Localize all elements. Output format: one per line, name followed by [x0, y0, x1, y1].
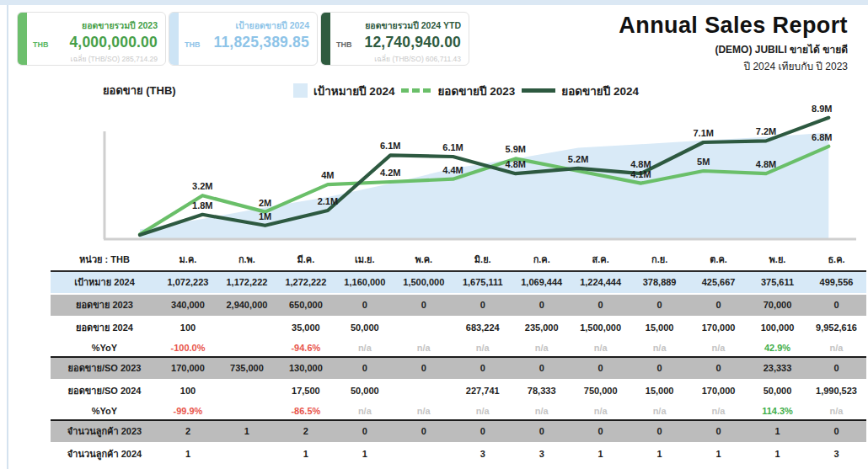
table-cell: 170,000 — [689, 317, 748, 339]
table-cell: 0 — [453, 294, 512, 317]
table-month-header: ธ.ค. — [806, 249, 865, 271]
table-cell: 78,333 — [512, 380, 571, 402]
table-cell: n/a — [453, 402, 512, 420]
chart-data-label: 4.2M — [380, 168, 400, 178]
table-cell: 0 — [689, 294, 748, 317]
table-cell: 0 — [335, 357, 394, 380]
table-cell: 15,000 — [630, 380, 689, 402]
report-subtitle-brand: (DEMO) JUBILI ขายได้ ขายดี — [619, 41, 848, 57]
table-cell: 235,000 — [512, 317, 571, 339]
table-cell: n/a — [335, 339, 394, 357]
legend-area-swatch-icon — [293, 83, 308, 98]
table-cell: 70,000 — [748, 294, 807, 317]
legend-solid-line-icon — [522, 88, 555, 93]
sales-table: หน่วย : THBม.ค.ก.พ.มี.ค.เม.ย.พ.ค.มิ.ย.ก.… — [51, 249, 866, 469]
kpi-card-currency: THB — [335, 40, 352, 49]
report-subtitle-compare: ปี 2024 เทียบกับ ปี 2023 — [619, 58, 848, 74]
table-cell: 2,940,000 — [217, 294, 276, 317]
table-cell: 2 — [158, 420, 217, 443]
table-month-header: ส.ค. — [571, 249, 630, 271]
table-cell — [217, 443, 276, 466]
table-cell: 1,500,000 — [571, 317, 630, 339]
chart-data-label: 5M — [697, 157, 710, 167]
title-block: Annual Sales Report (DEMO) JUBILI ขายได้… — [619, 12, 860, 74]
table-cell: n/a — [453, 339, 512, 357]
chart-y-axis-label: ยอดขาย (THB) — [103, 82, 293, 99]
table-row-label: จำนวนลูกค้า 2023 — [51, 420, 158, 443]
legend-label: ยอดขายปี 2024 — [561, 82, 639, 100]
table-cell: 0 — [512, 357, 571, 380]
table-cell: 1,069,444 — [512, 271, 571, 294]
table-cell: 50,000 — [335, 380, 394, 402]
kpi-card: เป้ายอดขายปี 2024THB11,825,389.85 — [169, 12, 318, 66]
legend-item: เป้าหมายปี 2024 — [293, 82, 394, 100]
table-row-label: ยอดขาย 2024 — [51, 317, 158, 339]
table-cell: 0 — [394, 420, 453, 443]
table-cell: 3 — [453, 443, 512, 466]
chart-data-label: 5.9M — [506, 144, 526, 154]
table-row: %YoY-99.9%-86.5%n/an/an/an/an/an/an/a114… — [51, 402, 866, 420]
table-cell: n/a — [806, 402, 865, 420]
table-cell: n/a — [512, 339, 571, 357]
table-row-label: ยอดขาย/SO 2024 — [51, 380, 158, 402]
legend-dashed-line-icon — [401, 88, 431, 93]
table-cell: 1 — [748, 443, 807, 466]
table-row-label: ยอดขาย 2023 — [51, 294, 158, 317]
table-cell: 35,000 — [276, 317, 335, 339]
table-cell: n/a — [512, 466, 571, 469]
table-cell: 17,500 — [276, 380, 335, 402]
table-header-row: หน่วย : THBม.ค.ก.พ.มี.ค.เม.ย.พ.ค.มิ.ย.ก.… — [51, 249, 866, 271]
kpi-card: ยอดขายรวมปี 2023THB4,000,000.00เฉลี่ย (T… — [17, 12, 166, 66]
table-cell: 750,000 — [571, 380, 630, 402]
table-cell: 0 — [806, 420, 865, 443]
table-cell: 0 — [806, 294, 865, 317]
table-cell: 1,160,000 — [335, 271, 394, 294]
kpi-card-accent-bar — [321, 13, 330, 65]
legend-item: ยอดขายปี 2023 — [401, 82, 515, 100]
kpi-card-body: เป้ายอดขายปี 2024THB11,825,389.85 — [179, 13, 317, 65]
table-cell: n/a — [512, 402, 571, 420]
table-row: ยอดขาย/SO 2023170,000735,000130,00000000… — [51, 357, 866, 380]
table-month-header: มี.ค. — [276, 249, 335, 271]
table-cell: n/a — [394, 466, 453, 469]
table-cell: 170,000 — [158, 357, 217, 380]
kpi-card-body: ยอดขายรวมปี 2024 YTDTHB12,740,940.00เฉลี… — [330, 13, 469, 65]
kpi-card-value-row: THB4,000,000.00 — [31, 34, 158, 51]
table-month-header: มิ.ย. — [453, 249, 512, 271]
kpi-card-title: ยอดขายรวมปี 2024 YTD — [365, 19, 461, 33]
table-cell: 0 — [571, 357, 630, 380]
table-row-label: จำนวนลูกค้า 2024 — [51, 443, 158, 466]
table-cell: 0 — [394, 357, 453, 380]
chart-data-label: 1M — [259, 211, 271, 221]
table-cell: 0 — [394, 294, 453, 317]
left-frame-line — [7, 5, 8, 469]
table-cell: 0 — [335, 294, 394, 317]
legend-item: ยอดขายปี 2024 — [522, 82, 639, 100]
table-cell: 130,000 — [276, 357, 335, 380]
table-cell: -50.0% — [158, 466, 217, 469]
table-cell: 1 — [276, 443, 335, 466]
table-row-label: เป้าหมาย 2024 — [51, 271, 158, 294]
table-cell: 23,333 — [748, 357, 807, 380]
chart-data-label: 4M — [321, 170, 334, 180]
kpi-card-title: ยอดขายรวมปี 2023 — [82, 19, 158, 33]
table-cell: 227,741 — [453, 380, 512, 402]
table-cell: n/a — [394, 339, 453, 357]
table-cell: n/a — [806, 466, 865, 469]
kpi-cards: ยอดขายรวมปี 2023THB4,000,000.00เฉลี่ย (T… — [17, 12, 472, 66]
table-cell: 50,000 — [748, 380, 807, 402]
table-cell: 425,667 — [689, 271, 748, 294]
table-month-header: ต.ค. — [689, 249, 748, 271]
table-cell: 0 — [512, 294, 571, 317]
table-row: %YoY-100.0%-94.6%n/an/an/an/an/an/an/a42… — [51, 339, 866, 357]
page-title: Annual Sales Report — [619, 13, 848, 39]
kpi-card-accent-bar — [169, 13, 179, 65]
table-cell: n/a — [630, 402, 689, 420]
table-row-label: %YoY — [51, 402, 158, 420]
table-cell: 1 — [335, 443, 394, 466]
table-cell: 1 — [748, 420, 807, 443]
table-cell: -86.5% — [276, 402, 335, 420]
table-body: เป้าหมาย 20241,072,2231,172,2221,272,222… — [51, 271, 866, 469]
table-row: ยอดขาย 2023340,0002,940,000650,000000000… — [51, 294, 866, 317]
table-row: จำนวนลูกค้า 2023212000000010 — [51, 420, 866, 443]
